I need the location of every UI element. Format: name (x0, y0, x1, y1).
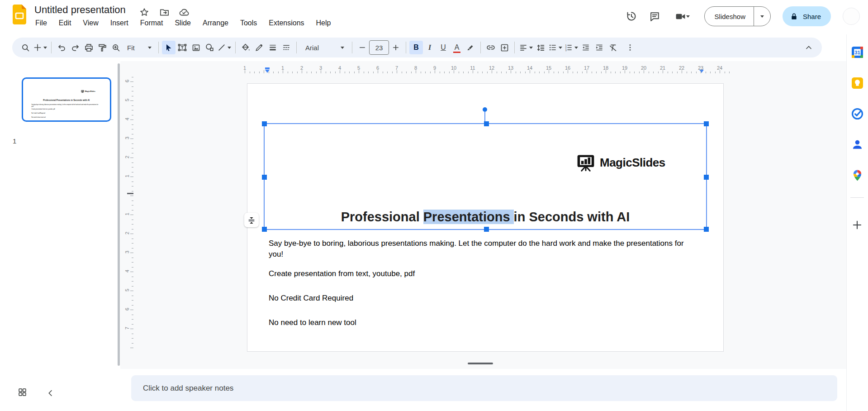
menu-format[interactable]: Format (140, 19, 163, 27)
h-ruler: 1123456789101112131415161718192021222324 (134, 65, 844, 74)
version-history-icon[interactable] (626, 10, 637, 22)
border-color-icon[interactable] (252, 41, 266, 54)
keep-icon[interactable] (851, 77, 863, 89)
slide-canvas[interactable]: MagicSlides Professional Presentations i… (247, 84, 723, 351)
slides-logo-icon[interactable] (12, 5, 27, 24)
first-line-indent-marker[interactable] (265, 67, 270, 69)
v-ruler-tick (130, 100, 133, 101)
maps-icon[interactable] (851, 169, 863, 182)
line-caret[interactable] (228, 47, 231, 49)
zoom-select[interactable]: Fit (123, 41, 155, 54)
menu-arrange[interactable]: Arrange (203, 19, 228, 27)
border-weight-icon[interactable] (266, 41, 280, 54)
font-family-select[interactable]: Arial (300, 41, 349, 54)
meet-dropdown-caret[interactable] (686, 15, 690, 18)
h-ruler-tick (292, 72, 293, 73)
move-folder-icon[interactable] (158, 6, 170, 18)
fill-color-icon[interactable] (239, 41, 252, 54)
filmstrip-scrollbar[interactable] (118, 63, 120, 366)
zoom-in-icon[interactable] (109, 41, 123, 54)
resize-handle-s[interactable] (484, 227, 489, 232)
share-button[interactable]: Share (783, 6, 831, 26)
font-size-input[interactable] (369, 40, 389, 55)
menu-tools[interactable]: Tools (240, 19, 257, 27)
resize-handle-sw[interactable] (262, 227, 267, 232)
tasks-icon[interactable] (851, 108, 863, 120)
slideshow-dropdown[interactable] (754, 7, 770, 26)
bulleted-list-caret[interactable] (559, 47, 562, 49)
highlight-color-button[interactable] (464, 41, 477, 54)
resize-handle-nw[interactable] (262, 121, 267, 126)
vertical-align-widget[interactable] (244, 213, 259, 227)
increase-font-size-button[interactable] (389, 41, 403, 54)
calendar-icon[interactable]: 31 (851, 46, 863, 58)
undo-icon[interactable] (55, 41, 68, 54)
resize-handle-se[interactable] (704, 227, 709, 232)
insert-line-icon[interactable] (216, 41, 232, 54)
italic-button[interactable]: I (423, 41, 436, 54)
contacts-icon[interactable] (851, 139, 863, 151)
redo-icon[interactable] (68, 41, 82, 54)
rotation-handle[interactable] (483, 107, 487, 112)
resize-handle-ne[interactable] (704, 121, 709, 126)
account-avatar[interactable] (843, 8, 860, 25)
insert-shape-icon[interactable] (203, 41, 216, 54)
print-icon[interactable] (82, 41, 95, 54)
menu-edit[interactable]: Edit (59, 19, 71, 27)
resize-handle-e[interactable] (704, 175, 709, 180)
clear-formatting-icon[interactable] (606, 41, 620, 54)
align-button[interactable] (518, 41, 534, 54)
search-menus-icon[interactable] (19, 41, 32, 54)
get-add-ons-icon[interactable] (851, 219, 863, 231)
slideshow-button[interactable]: Slideshow (705, 13, 754, 20)
h-ruler-tick (273, 72, 274, 73)
h-ruler-tick (644, 70, 644, 73)
align-caret[interactable] (529, 47, 533, 49)
paint-format-icon[interactable] (95, 41, 109, 54)
textbox-selection-border[interactable] (264, 123, 707, 230)
line-spacing-icon[interactable] (534, 41, 547, 54)
resize-handle-n[interactable] (484, 121, 489, 126)
insert-image-icon[interactable] (189, 41, 203, 54)
h-ruler-tick (311, 72, 312, 73)
decrease-font-size-button[interactable] (356, 41, 369, 54)
numbered-list-button[interactable]: 123 (563, 41, 579, 54)
new-slide-button[interactable] (32, 41, 48, 54)
meet-call-button[interactable] (673, 10, 693, 22)
h-ruler-tick (378, 70, 378, 73)
grid-view-icon[interactable] (16, 386, 28, 398)
increase-indent-icon[interactable] (593, 41, 606, 54)
decrease-indent-icon[interactable] (579, 41, 593, 54)
cloud-status-icon[interactable] (178, 6, 190, 18)
hide-filmstrip-icon[interactable] (44, 387, 56, 399)
new-slide-caret[interactable] (43, 47, 47, 49)
comments-icon[interactable] (649, 10, 661, 22)
menu-extensions[interactable]: Extensions (269, 19, 304, 27)
menu-slide[interactable]: Slide (175, 19, 191, 27)
insert-comment-icon[interactable] (498, 41, 511, 54)
notes-resize-handle[interactable] (468, 363, 493, 364)
menu-view[interactable]: View (83, 19, 98, 27)
bulleted-list-button[interactable] (547, 41, 563, 54)
left-indent-marker[interactable] (265, 70, 270, 73)
more-options-icon[interactable] (623, 41, 637, 54)
document-title[interactable]: Untitled presentation (34, 4, 126, 16)
slide-body-text[interactable]: Say bye-bye to boring, laborious present… (269, 238, 692, 328)
speaker-notes-input[interactable]: Click to add speaker notes (131, 375, 837, 401)
menu-file[interactable]: File (35, 19, 47, 27)
border-dash-icon[interactable] (280, 41, 293, 54)
insert-link-icon[interactable] (484, 41, 498, 54)
menu-insert[interactable]: Insert (110, 19, 128, 27)
menu-help[interactable]: Help (316, 19, 331, 27)
slide-thumbnail[interactable]: MagicSlides Professional Presentations i… (22, 77, 111, 122)
bold-button[interactable]: B (409, 41, 423, 54)
text-box-tool[interactable] (175, 41, 189, 54)
star-icon[interactable] (138, 6, 150, 18)
text-color-button[interactable]: A (450, 41, 464, 54)
underline-button[interactable]: U (436, 41, 450, 54)
collapse-toolbar-icon[interactable] (802, 41, 816, 54)
numbered-list-caret[interactable] (574, 47, 578, 49)
resize-handle-w[interactable] (262, 175, 267, 180)
select-tool[interactable] (162, 41, 175, 54)
v-ruler-tick (130, 158, 133, 158)
